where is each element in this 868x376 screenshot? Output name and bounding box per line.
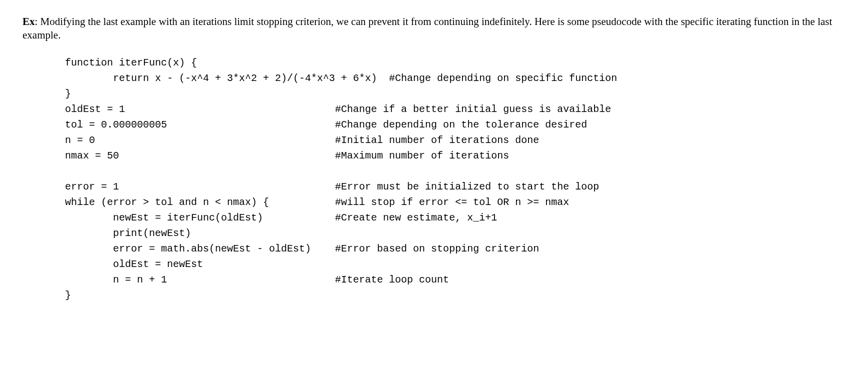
code-line: oldEst = 1 #Change if a better initial g… [65, 104, 611, 115]
code-line: tol = 0.000000005 #Change depending on t… [65, 119, 587, 130]
code-line: } [65, 88, 71, 100]
code-line: return x - (-x^4 + 3*x^2 + 2)/(-4*x^3 + … [65, 72, 617, 84]
example-label: Ex [22, 16, 35, 28]
intro-text: : Modifying the last example with an ite… [22, 16, 832, 41]
code-line: while (error > tol and n < nmax) { #will… [65, 196, 569, 208]
code-line: error = 1 #Error must be initialized to … [65, 181, 599, 192]
code-line: n = n + 1 #Iterate loop count [65, 274, 449, 286]
code-line: n = 0 #Initial number of iterations done [65, 134, 539, 146]
code-line: nmax = 50 #Maximum number of iterations [65, 150, 509, 162]
code-line: error = math.abs(newEst - oldEst) #Error… [65, 243, 539, 254]
code-line: print(newEst) [65, 228, 191, 239]
code-line: oldEst = newEst [65, 258, 203, 270]
code-line: newEst = iterFunc(oldEst) #Create new es… [65, 212, 497, 224]
intro-paragraph: Ex: Modifying the last example with an i… [22, 15, 846, 42]
code-line: function iterFunc(x) { [65, 57, 197, 68]
code-line: } [65, 290, 71, 301]
pseudocode-block: function iterFunc(x) { return x - (-x^4 … [65, 55, 846, 303]
